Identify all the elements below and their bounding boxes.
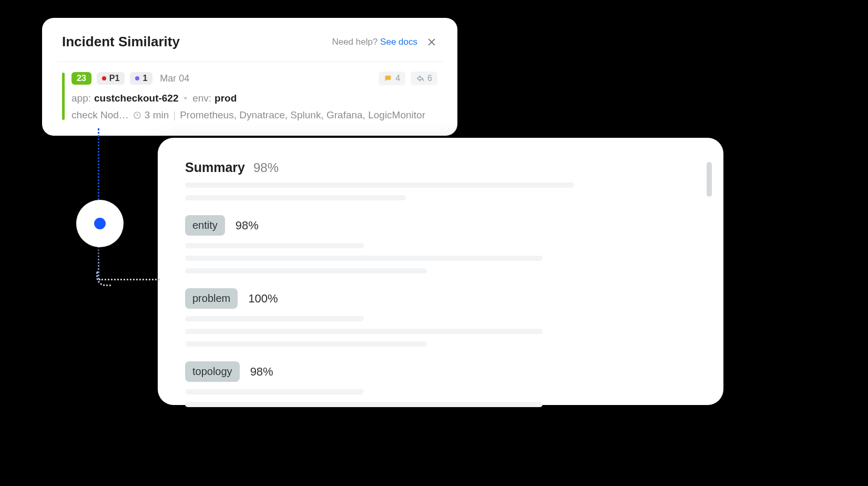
- component-row-problem: problem 100%: [185, 288, 696, 309]
- entity-percent: 98%: [236, 219, 259, 232]
- text-placeholder: [185, 316, 364, 321]
- component-row-topology: topology 98%: [185, 361, 696, 382]
- text-placeholder: [185, 183, 574, 188]
- incident-tags-row: app: custcheckout-622 • env: prod: [72, 93, 437, 104]
- panel-title: Incident Similarity: [62, 34, 180, 50]
- entity-pill[interactable]: entity: [185, 215, 225, 236]
- connector-line: [99, 279, 160, 280]
- scrollbar-thumb[interactable]: [707, 162, 712, 197]
- incident-meta-row: 23 P1 1 Mar 04 4 6: [72, 72, 437, 85]
- component-row-entity: entity 98%: [185, 215, 696, 236]
- app-key: app:: [72, 93, 91, 104]
- scrollbar[interactable]: [707, 159, 712, 384]
- text-placeholder: [185, 402, 543, 407]
- severity-accent-bar: [62, 73, 65, 120]
- incident-card-header: Incident Similarity Need help? See docs: [62, 34, 437, 50]
- app-value: custcheckout-622: [94, 93, 179, 104]
- summary-title: Summary: [185, 160, 245, 175]
- incident-body: 23 P1 1 Mar 04 4 6: [62, 72, 437, 121]
- close-button[interactable]: [426, 36, 437, 48]
- clock-icon: [133, 111, 141, 119]
- text-placeholder: [185, 341, 427, 347]
- text-placeholder: [185, 243, 364, 248]
- priority-dot-icon: [102, 76, 106, 80]
- check-name: check Nod…: [72, 109, 129, 121]
- share-badge[interactable]: 6: [411, 72, 437, 85]
- secondary-count: 1: [142, 74, 147, 83]
- see-docs-link[interactable]: See docs: [380, 37, 417, 47]
- age-text: 3 min: [145, 109, 169, 121]
- priority-badge[interactable]: P1: [97, 72, 125, 85]
- env-key: env:: [192, 93, 211, 104]
- topology-pill[interactable]: topology: [185, 361, 240, 382]
- share-count: 6: [427, 74, 432, 83]
- similarity-summary-card: Summary 98% entity 98% problem 100% topo…: [158, 138, 723, 405]
- help-text: Need help? See docs: [332, 37, 417, 47]
- header-divider: [57, 62, 443, 62]
- detail-divider: |: [173, 109, 176, 121]
- text-placeholder: [185, 195, 406, 200]
- incident-sources: Prometheus, Dynatrace, Splunk, Grafana, …: [180, 109, 437, 121]
- text-placeholder: [185, 268, 427, 274]
- share-icon: [416, 74, 424, 83]
- node-dot-icon: [94, 218, 106, 229]
- priority-label: P1: [109, 74, 120, 83]
- header-actions: Need help? See docs: [332, 36, 437, 48]
- secondary-badge[interactable]: 1: [130, 72, 152, 85]
- problem-pill[interactable]: problem: [185, 288, 238, 309]
- comments-count: 4: [395, 74, 400, 83]
- comment-icon: [384, 74, 392, 83]
- connector-corner: [96, 271, 111, 286]
- graph-node[interactable]: [76, 200, 124, 247]
- comments-badge[interactable]: 4: [379, 72, 405, 85]
- text-placeholder: [185, 256, 543, 261]
- close-icon: [426, 37, 437, 47]
- topology-percent: 98%: [250, 365, 273, 379]
- text-placeholder: [185, 329, 543, 334]
- summary-skeleton-block: [185, 183, 696, 200]
- alert-count-badge[interactable]: 23: [72, 72, 91, 85]
- env-value: prod: [215, 93, 237, 104]
- tag-separator: •: [182, 93, 190, 104]
- secondary-dot-icon: [135, 76, 139, 80]
- text-placeholder: [185, 389, 364, 394]
- summary-header: Summary 98%: [185, 160, 696, 175]
- incident-date: Mar 04: [160, 73, 189, 84]
- help-prefix: Need help?: [332, 37, 380, 47]
- problem-percent: 100%: [248, 292, 278, 306]
- incident-detail-row: check Nod… 3 min | Prometheus, Dynatrace…: [72, 109, 437, 121]
- incident-age: 3 min: [133, 109, 169, 121]
- summary-percent: 98%: [253, 160, 279, 175]
- incident-similarity-card: Incident Similarity Need help? See docs …: [42, 18, 457, 136]
